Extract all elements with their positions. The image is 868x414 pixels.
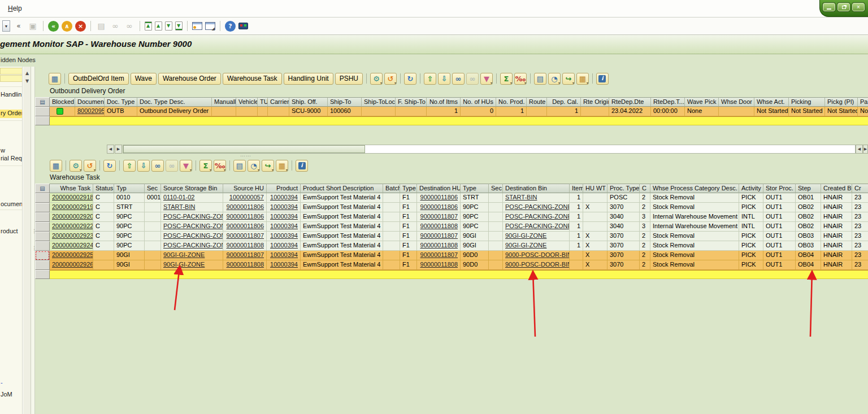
table-row[interactable]: 200000002919CSTRTSTART-BIN90000011806100… xyxy=(35,203,868,212)
link-source-hu[interactable]: 90000011807 xyxy=(227,251,264,258)
column-header-type[interactable]: Type xyxy=(400,184,417,193)
scroll-down-icon[interactable]: ▼ xyxy=(24,77,31,85)
cell-whse-task[interactable]: 200000002922 xyxy=(50,222,93,232)
column-header-source-storage-bin[interactable]: Source Storage Bin xyxy=(161,184,223,193)
help-icon[interactable]: ? xyxy=(225,21,236,32)
cell-ship-off[interactable]: SCU-9000 xyxy=(289,107,328,116)
cell-carrier[interactable] xyxy=(268,107,289,116)
cell-type[interactable]: F1 xyxy=(400,222,417,232)
cell-source-hu[interactable]: 90000011808 xyxy=(223,260,267,270)
nav-button-warehouse-task[interactable]: Warehouse Task xyxy=(223,73,282,85)
nav-button-outbdelord-item[interactable]: OutbDelOrd Item xyxy=(68,73,129,85)
sum-icon[interactable]: Σ▾ xyxy=(199,160,212,172)
cell-destination-bin[interactable]: 90GI-GI-ZONE xyxy=(503,241,570,251)
tree-item[interactable]: rial Requ xyxy=(0,155,23,163)
cell-activity[interactable]: INTL xyxy=(739,222,763,232)
cell-sec[interactable] xyxy=(145,251,161,260)
cell-typ[interactable]: 90PC xyxy=(114,241,145,251)
cell-item[interactable]: 1 xyxy=(570,193,583,203)
cell-product[interactable]: 10000394 xyxy=(267,203,301,212)
cell-vehicle[interactable] xyxy=(236,107,258,116)
link-source-storage-bin[interactable]: 90GI-GI-ZONE xyxy=(163,261,205,268)
column-header-ship-to[interactable]: Ship-To xyxy=(328,97,362,107)
print-icon[interactable]: ▤ xyxy=(534,73,546,85)
column-header-whse-door[interactable]: Whse Door xyxy=(719,97,754,107)
column-header-proc-type[interactable]: Proc. Type xyxy=(607,184,640,193)
link-source-hu[interactable]: 90000011806 xyxy=(227,203,264,210)
cell-typ[interactable]: 90PC xyxy=(114,232,145,241)
link-destination-hu[interactable]: 90000011806 xyxy=(420,194,458,201)
cell-created-by[interactable]: HNAIR xyxy=(821,251,852,260)
link-whse-task[interactable]: 200000002920 xyxy=(52,213,93,220)
cell-whse-door[interactable] xyxy=(719,107,754,116)
cell-source-hu[interactable]: 90000011806 xyxy=(223,212,267,222)
cell-step[interactable]: OB02 xyxy=(796,212,821,222)
cell-no-of-hus[interactable]: 0 xyxy=(461,107,496,116)
command-field-dropdown-icon[interactable]: ▼ xyxy=(2,20,10,32)
table-row[interactable]: 20000000292590GI90GI-GI-ZONE900000118071… xyxy=(35,251,868,260)
menu-help[interactable]: Help xyxy=(8,5,22,12)
row-selector[interactable] xyxy=(35,107,50,116)
cell-sec[interactable] xyxy=(145,203,161,212)
cell-item[interactable]: 1 xyxy=(570,203,583,212)
cell-product-short-description[interactable]: EwmSupport Test Material 4 xyxy=(301,241,383,251)
cell-blocked[interactable] xyxy=(50,107,75,116)
link-source-storage-bin[interactable]: POSC-PACKING-ZONE xyxy=(163,232,223,239)
scroll-up-icon[interactable]: ▲ xyxy=(24,69,31,77)
cell-source-storage-bin[interactable]: POSC-PACKING-ZONE xyxy=(161,212,223,222)
link-product[interactable]: 10000394 xyxy=(270,203,298,210)
cell-hu-wt[interactable] xyxy=(583,212,607,222)
cell-source-storage-bin[interactable]: POSC-PACKING-ZONE xyxy=(161,222,223,232)
column-header-item[interactable]: Item xyxy=(570,184,583,193)
cell-whse-process-category-desc[interactable]: Internal Warehouse Movement xyxy=(650,222,739,232)
cell-source-hu[interactable]: 90000011807 xyxy=(223,251,267,260)
column-header-route[interactable]: Route xyxy=(527,97,547,107)
column-header-pickg-pl[interactable]: Pickg (Pl) xyxy=(825,97,858,107)
scroll-right-icon[interactable]: ▶ xyxy=(115,145,122,154)
cell-pickg-pl[interactable]: Not Started xyxy=(825,107,858,116)
cell-product[interactable]: 10000394 xyxy=(267,222,301,232)
link-destination-bin[interactable]: 9000-POSC-DOOR-BIN xyxy=(505,251,570,258)
cell-whse-task[interactable]: 200000002923 xyxy=(50,232,93,241)
cell-status[interactable]: C xyxy=(93,232,114,241)
cell-type2[interactable]: 90PC xyxy=(461,203,489,212)
cell-route[interactable] xyxy=(527,107,547,116)
column-header-product-short-description[interactable]: Product Short Description xyxy=(301,184,383,193)
scroll-left-icon[interactable]: ◀ xyxy=(107,145,114,154)
cell-sec[interactable] xyxy=(145,212,161,222)
cell-cr[interactable]: 23 xyxy=(852,212,868,222)
cell-product[interactable]: 10000394 xyxy=(267,232,301,241)
column-header-c[interactable]: C xyxy=(640,184,650,193)
cell-product[interactable]: 10000394 xyxy=(267,241,301,251)
column-header-hu-wt[interactable]: HU WT xyxy=(583,184,607,193)
cell-c[interactable]: 2 xyxy=(640,241,650,251)
scroll-thumb[interactable] xyxy=(123,145,365,153)
cell-item[interactable]: 1 xyxy=(570,241,583,251)
find-icon[interactable]: ∞ xyxy=(151,160,164,172)
cell-proc-type[interactable]: 3040 xyxy=(607,212,640,222)
cell-source-storage-bin[interactable]: 0110-01-02 xyxy=(161,193,223,203)
undo-icon[interactable]: ↺▾ xyxy=(84,160,96,172)
cell-ship-to[interactable]: 100060 xyxy=(328,107,362,116)
cell-product-short-description[interactable]: EwmSupport Test Material 4 xyxy=(301,260,383,270)
row-selector[interactable] xyxy=(35,116,50,125)
cell-destination-bin[interactable]: POSC-PACKING-ZONE xyxy=(503,212,570,222)
cell-item[interactable] xyxy=(570,260,583,270)
cell-cr[interactable]: 23 xyxy=(852,232,868,241)
link-destination-bin[interactable]: 90GI-GI-ZONE xyxy=(505,242,546,249)
column-header-destination-bin[interactable]: Destination Bin xyxy=(503,184,570,193)
column-header-type2[interactable]: Type xyxy=(461,184,489,193)
column-header-whse-act[interactable]: Whse Act. xyxy=(754,97,789,107)
views-icon[interactable]: ◔▾ xyxy=(548,73,561,85)
table-row[interactable]: 200000002920C90PCPOSC-PACKING-ZONE900000… xyxy=(35,212,868,222)
cell-f-ship-to[interactable] xyxy=(396,107,427,116)
link-source-hu[interactable]: 90000011806 xyxy=(227,213,264,220)
cell-hu-wt[interactable] xyxy=(583,222,607,232)
cell-created-by[interactable]: HNAIR xyxy=(821,241,852,251)
tree-scrollbar[interactable]: ▲ ▼ xyxy=(23,67,31,414)
cell-typ[interactable]: 90PC xyxy=(114,212,145,222)
cell-doc-type[interactable]: OUTB xyxy=(105,107,137,116)
cell-c[interactable]: 2 xyxy=(640,193,650,203)
column-header-rtedep-t[interactable]: RteDep.T... xyxy=(651,97,685,107)
nav-button-warehouse-order[interactable]: Warehouse Order xyxy=(158,73,221,85)
